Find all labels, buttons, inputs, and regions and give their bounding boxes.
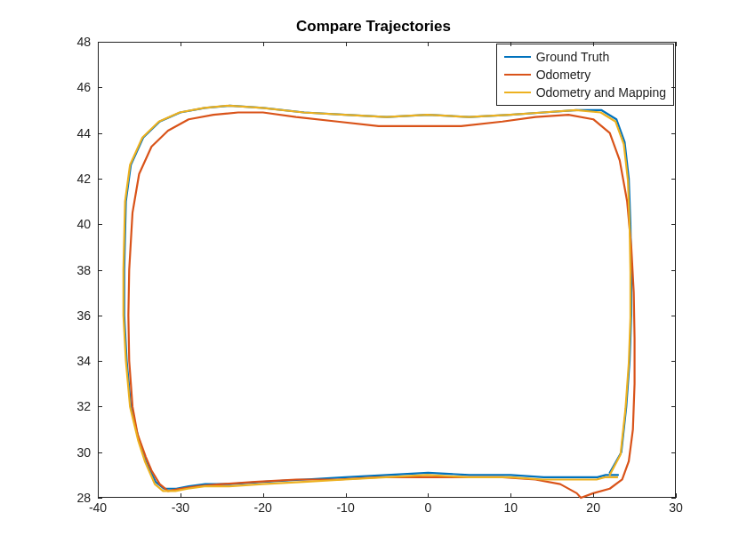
series-line bbox=[124, 106, 631, 491]
legend-entry: Odometry and Mapping bbox=[504, 84, 666, 101]
x-tick-label: 10 bbox=[503, 500, 518, 515]
y-tick-label: 34 bbox=[46, 354, 91, 368]
y-tick-label: 36 bbox=[46, 308, 91, 323]
legend: Ground Truth Odometry Odometry and Mappi… bbox=[496, 44, 674, 106]
figure: Compare Trajectories Ground Truth Odomet… bbox=[0, 0, 747, 560]
x-tick-label: 20 bbox=[586, 500, 600, 515]
series-line bbox=[128, 113, 634, 498]
y-tick-label: 46 bbox=[46, 80, 91, 94]
legend-swatch bbox=[504, 92, 531, 93]
x-tick-label: -30 bbox=[172, 500, 189, 515]
y-tick-label: 42 bbox=[46, 172, 91, 186]
series-line bbox=[124, 106, 631, 489]
x-tick-label: -10 bbox=[336, 500, 354, 515]
legend-label: Odometry bbox=[536, 68, 590, 82]
y-tick-label: 28 bbox=[46, 491, 91, 505]
legend-label: Odometry and Mapping bbox=[536, 85, 666, 100]
x-tick-label: -40 bbox=[89, 500, 107, 515]
legend-label: Ground Truth bbox=[536, 50, 610, 64]
legend-entry: Odometry bbox=[504, 66, 666, 84]
y-tick-label: 30 bbox=[46, 445, 91, 460]
y-tick-label: 44 bbox=[46, 126, 91, 140]
y-tick-label: 38 bbox=[46, 263, 91, 277]
chart-title: Compare Trajectories bbox=[0, 18, 747, 36]
x-tick-label: 30 bbox=[669, 500, 683, 515]
plot-area bbox=[98, 42, 676, 498]
y-tick-label: 48 bbox=[46, 35, 91, 49]
y-tick-label: 32 bbox=[46, 399, 91, 413]
y-tick-label: 40 bbox=[46, 217, 91, 231]
legend-swatch bbox=[504, 56, 531, 58]
x-tick-label: 0 bbox=[425, 500, 432, 515]
legend-entry: Ground Truth bbox=[504, 48, 666, 66]
x-tick-label: -20 bbox=[254, 500, 272, 515]
legend-swatch bbox=[504, 74, 531, 76]
